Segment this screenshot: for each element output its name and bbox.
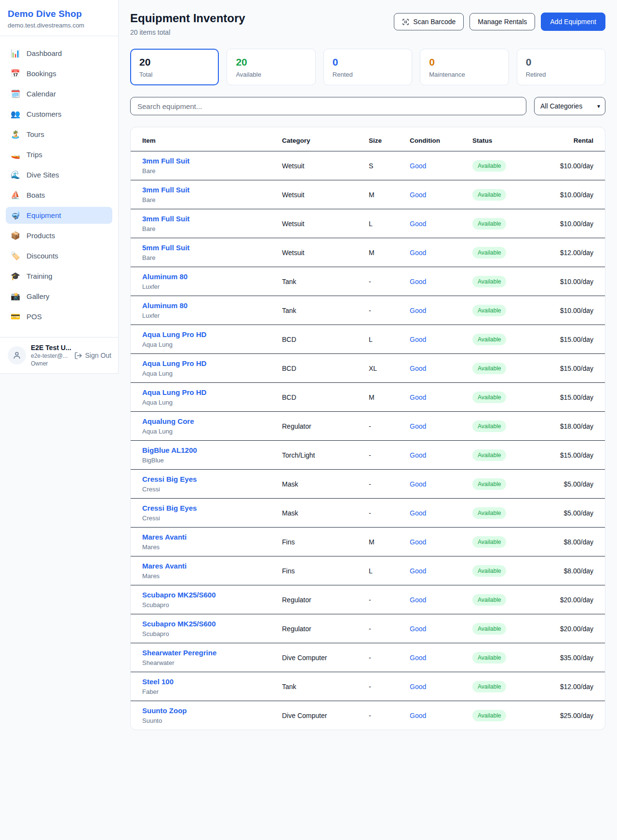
size-cell: M [369,393,410,401]
condition-link[interactable]: Good [410,336,426,343]
sidebar-item-equipment[interactable]: 🤿Equipment [6,207,112,224]
sidebar-item-tours[interactable]: 🏝️Tours [6,126,112,143]
item-link[interactable]: Scubapro MK25/S600 [142,591,216,599]
condition-link[interactable]: Good [410,451,426,459]
search-input[interactable] [130,97,526,115]
status-badge: Available [472,710,506,721]
status-badge: Available [472,652,506,664]
sidebar-item-dive-sites[interactable]: 🌊Dive Sites [6,166,112,183]
condition-link[interactable]: Good [410,480,426,488]
item-link[interactable]: Cressi Big Eyes [142,475,197,483]
category-cell: Regulator [282,596,369,604]
table-row: Aqua Lung Pro HDAqua LungBCDLGoodAvailab… [131,325,605,353]
sidebar-item-products[interactable]: 📦Products [6,227,112,244]
item-cell: Aluminum 80Luxfer [142,301,282,319]
size-cell: - [369,712,410,719]
item-link[interactable]: Aqua Lung Pro HD [142,388,206,396]
stat-card-rented[interactable]: 0Rented [323,49,412,85]
item-brand: Scubapro [142,630,282,637]
item-link[interactable]: Aluminum 80 [142,301,188,310]
rental-cell: $20.00/day [550,625,593,633]
item-link[interactable]: Aqua Lung Pro HD [142,330,206,339]
status-cell: Available [472,507,550,519]
sidebar-item-label: Trips [27,150,42,159]
size-cell: - [369,625,410,633]
sidebar-item-bookings[interactable]: 📅Bookings [6,65,112,82]
column-header-condition: Condition [410,137,472,144]
condition-cell: Good [410,451,472,459]
condition-link[interactable]: Good [410,509,426,517]
item-link[interactable]: Shearwater Peregrine [142,649,216,657]
sidebar-item-trips[interactable]: 🚤Trips [6,146,112,163]
island-icon: 🏝️ [11,131,20,138]
stat-card-maintenance[interactable]: 0Maintenance [420,49,509,85]
item-brand: Cressi [142,486,282,493]
page-header: Equipment Inventory 20 items total Scan … [130,12,605,36]
sidebar-item-training[interactable]: 🎓Training [6,268,112,285]
condition-link[interactable]: Good [410,625,426,633]
item-link[interactable]: BigBlue AL1200 [142,446,197,454]
sign-out-label: Sign Out [85,352,111,359]
condition-link[interactable]: Good [410,249,426,257]
condition-link[interactable]: Good [410,393,426,401]
sidebar-item-calendar[interactable]: 🗓️Calendar [6,85,112,102]
condition-link[interactable]: Good [410,365,426,372]
scan-barcode-button[interactable]: Scan Barcode [394,13,464,30]
manage-rentals-button[interactable]: Manage Rentals [469,13,535,30]
item-cell: Scubapro MK25/S600Scubapro [142,620,282,637]
stat-card-total[interactable]: 20Total [130,49,219,85]
item-link[interactable]: 3mm Full Suit [142,186,189,194]
condition-cell: Good [410,365,472,372]
condition-link[interactable]: Good [410,307,426,314]
people-icon: 👥 [11,110,20,118]
item-link[interactable]: Suunto Zoop [142,706,187,715]
item-link[interactable]: Aluminum 80 [142,272,188,281]
item-link[interactable]: Steel 100 [142,677,174,686]
sidebar-item-pos[interactable]: 💳POS [6,308,112,325]
item-link[interactable]: 3mm Full Suit [142,215,189,223]
category-select[interactable]: All Categories [534,97,605,115]
item-link[interactable]: 5mm Full Suit [142,244,189,252]
sidebar-item-discounts[interactable]: 🏷️Discounts [6,247,112,264]
table-row: Suunto ZoopSuuntoDive Computer-GoodAvail… [131,701,605,730]
category-cell: Regulator [282,625,369,633]
condition-link[interactable]: Good [410,191,426,199]
sidebar-item-label: Customers [27,110,62,118]
item-link[interactable]: Mares Avanti [142,562,187,570]
rental-cell: $10.00/day [550,220,593,228]
condition-link[interactable]: Good [410,683,426,691]
item-link[interactable]: Cressi Big Eyes [142,504,197,512]
item-link[interactable]: 3mm Full Suit [142,157,189,165]
add-equipment-button[interactable]: Add Equipment [541,13,605,31]
condition-link[interactable]: Good [410,220,426,228]
sidebar-item-gallery[interactable]: 📸Gallery [6,288,112,305]
condition-link[interactable]: Good [410,596,426,604]
item-link[interactable]: Aqua Lung Pro HD [142,359,206,367]
rental-cell: $5.00/day [550,480,593,488]
condition-link[interactable]: Good [410,538,426,546]
stat-card-retired[interactable]: 0Retired [517,49,605,85]
sidebar-item-label: Calendar [27,90,56,98]
sidebar-item-dashboard[interactable]: 📊Dashboard [6,45,112,62]
condition-link[interactable]: Good [410,712,426,719]
user-block: E2E Test U... e2e-tester@... Owner Sign … [0,337,118,373]
stat-card-available[interactable]: 20Available [227,49,315,85]
sidebar-item-boats[interactable]: ⛵Boats [6,187,112,203]
condition-link[interactable]: Good [410,567,426,575]
condition-link[interactable]: Good [410,278,426,285]
sidebar-item-customers[interactable]: 👥Customers [6,106,112,122]
wave-icon: 🌊 [11,171,20,179]
item-link[interactable]: Mares Avanti [142,533,187,541]
main-content: Equipment Inventory 20 items total Scan … [119,0,617,745]
condition-link[interactable]: Good [410,162,426,170]
item-link[interactable]: Scubapro MK25/S600 [142,620,216,628]
item-brand: Aqua Lung [142,428,282,435]
size-cell: - [369,596,410,604]
item-brand: Mares [142,572,282,580]
condition-link[interactable]: Good [410,422,426,430]
sign-out-button[interactable]: Sign Out [74,352,112,360]
avatar [8,346,26,365]
item-link[interactable]: Aqualung Core [142,417,194,425]
condition-link[interactable]: Good [410,654,426,662]
sidebar: Demo Dive Shop demo.test.divestreams.com… [0,0,119,374]
